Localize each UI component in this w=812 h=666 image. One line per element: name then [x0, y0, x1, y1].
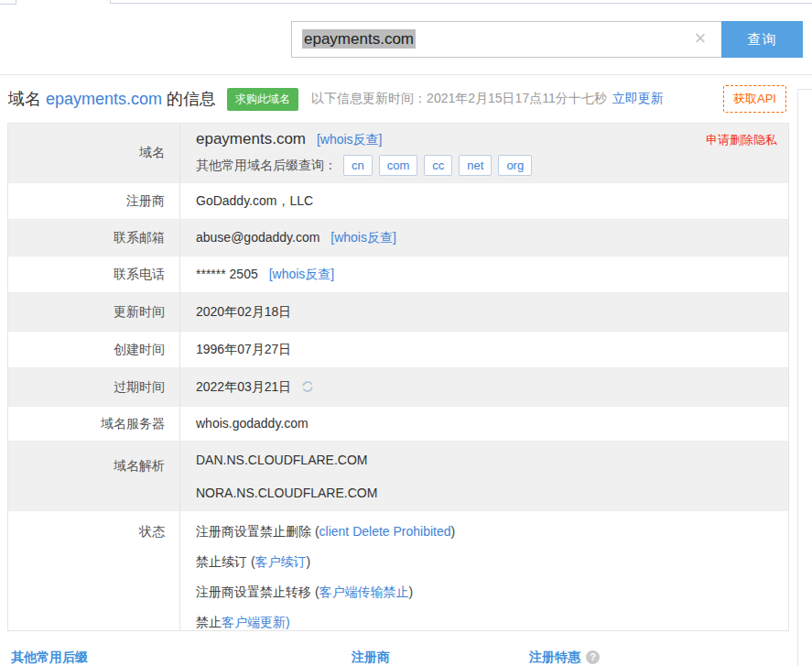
row-domain-value: 申请删除隐私 epayments.com [whois反查] 其他常用域名后缀查…	[180, 124, 788, 182]
title-suffix: 的信息	[162, 90, 216, 108]
table-row-domain: 域名 申请删除隐私 epayments.com [whois反查] 其他常用域名…	[8, 124, 788, 182]
whois-reverse-link[interactable]: [whois反查]	[317, 132, 383, 147]
status-link-4[interactable]: 客户端更新)	[222, 615, 290, 629]
table-row-registrar: 注册商 GoDaddy.com，LLC	[8, 182, 788, 219]
right-panel-edge	[797, 89, 812, 666]
status-line-3: 注册商设置禁止转移 (客户端传输禁止)	[196, 577, 788, 607]
page-title: 域名 epayments.com 的信息	[8, 88, 216, 110]
status-link-3[interactable]: 客户端传输禁止	[319, 584, 409, 599]
status-line-2: 禁止续订 (客户续订)	[196, 547, 788, 577]
row-expires-value: 2022年03月21日	[180, 368, 788, 406]
whois-table: 域名 申请删除隐私 epayments.com [whois反查] 其他常用域名…	[7, 123, 789, 631]
suffix-chip-net[interactable]: net	[459, 155, 492, 176]
query-button[interactable]: 查询	[721, 21, 803, 58]
row-email-value: abuse@godaddy.com [whois反查]	[180, 220, 788, 256]
refresh-icon[interactable]	[300, 371, 315, 409]
table-row-updated: 更新时间 2020年02月18日	[8, 292, 788, 331]
suffix-chip-cn[interactable]: cn	[343, 155, 373, 176]
tab-fragment-right	[110, 0, 812, 4]
help-icon[interactable]: ?	[586, 650, 600, 664]
status-line-1: 注册商设置禁止删除 (client Delete Prohibited)	[196, 517, 788, 547]
suffix-chip-com[interactable]: com	[379, 155, 418, 176]
nameserver-2: NORA.NS.CLOUDFLARE.COM	[196, 476, 788, 509]
whois-reverse-link[interactable]: [whois反查]	[269, 267, 335, 281]
row-expires-label: 过期时间	[8, 368, 180, 406]
row-email-label: 联系邮箱	[8, 220, 180, 256]
suffix-chip-org[interactable]: org	[498, 155, 532, 176]
table-row-whois-server: 域名服务器 whois.godaddy.com	[8, 406, 788, 441]
title-prefix: 域名	[8, 90, 46, 108]
search-strip: epayments.com × 查询	[0, 0, 812, 75]
row-updated-value: 2020年02月18日	[180, 293, 788, 331]
row-status-label: 状态	[8, 511, 180, 630]
table-row-created: 创建时间 1996年07月27日	[8, 331, 788, 367]
row-registrar-value: GoDaddy.com，LLC	[180, 183, 788, 219]
buy-domain-badge[interactable]: 求购此域名	[227, 88, 298, 111]
footer-tab-registrar[interactable]: 注册商	[352, 650, 390, 666]
footer-tab-other-suffixes[interactable]: 其他常用后缀	[11, 650, 88, 666]
email-value: abuse@godaddy.com	[196, 230, 319, 245]
suffix-query-label: 其他常用域名后缀查询：	[196, 158, 337, 174]
domain-value: epayments.com	[196, 130, 306, 147]
info-header: 域名 epayments.com 的信息 求购此域名 以下信息更新时间：2021…	[0, 75, 812, 123]
footer-links: 其他常用后缀 注册商 注册特惠?	[0, 631, 812, 666]
clear-icon[interactable]: ×	[688, 22, 712, 57]
row-phone-label: 联系电话	[8, 257, 180, 292]
expires-value: 2022年03月21日	[196, 379, 291, 394]
row-domain-label: 域名	[8, 124, 180, 182]
nameserver-1: DAN.NS.CLOUDFLARE.COM	[196, 443, 788, 476]
row-whois-server-value: whois.godaddy.com	[180, 407, 788, 441]
tab-fragment-left	[0, 0, 16, 5]
search-input-value: epayments.com	[302, 29, 416, 49]
row-status-value: 注册商设置禁止删除 (client Delete Prohibited) 禁止续…	[180, 511, 788, 630]
row-created-label: 创建时间	[8, 332, 180, 367]
table-row-email: 联系邮箱 abuse@godaddy.com [whois反查]	[8, 219, 788, 256]
row-created-value: 1996年07月27日	[180, 332, 788, 367]
whois-reverse-link[interactable]: [whois反查]	[330, 230, 396, 245]
status-link-2[interactable]: 客户续订	[255, 554, 307, 569]
table-row-phone: 联系电话 ****** 2505 [whois反查]	[8, 256, 788, 292]
table-row-nameservers: 域名解析 DAN.NS.CLOUDFLARE.COM NORA.NS.CLOUD…	[8, 441, 788, 510]
privacy-remove-link[interactable]: 申请删除隐私	[706, 132, 777, 148]
get-api-button[interactable]: 获取API	[723, 85, 786, 113]
row-registrar-label: 注册商	[8, 183, 180, 219]
row-updated-label: 更新时间	[8, 293, 180, 331]
row-whois-server-label: 域名服务器	[8, 407, 180, 441]
update-time-text: 以下信息更新时间：2021年2月15日17点11分十七秒	[311, 91, 607, 107]
search-input[interactable]: epayments.com ×	[291, 21, 721, 58]
title-domain: epayments.com	[46, 90, 162, 108]
row-phone-value: ****** 2505 [whois反查]	[180, 257, 788, 292]
suffix-chip-cc[interactable]: cc	[424, 155, 452, 176]
update-now-link[interactable]: 立即更新	[612, 91, 664, 107]
table-row-expires: 过期时间 2022年03月21日	[8, 367, 788, 406]
phone-value: ****** 2505	[196, 267, 258, 281]
footer-tab-deals[interactable]: 注册特惠?	[529, 650, 600, 666]
table-row-status: 状态 注册商设置禁止删除 (client Delete Prohibited) …	[8, 510, 788, 630]
status-link-1[interactable]: client Delete Prohibited	[319, 524, 451, 539]
row-nameservers-value: DAN.NS.CLOUDFLARE.COM NORA.NS.CLOUDFLARE…	[180, 442, 788, 510]
row-nameservers-label: 域名解析	[8, 442, 180, 510]
